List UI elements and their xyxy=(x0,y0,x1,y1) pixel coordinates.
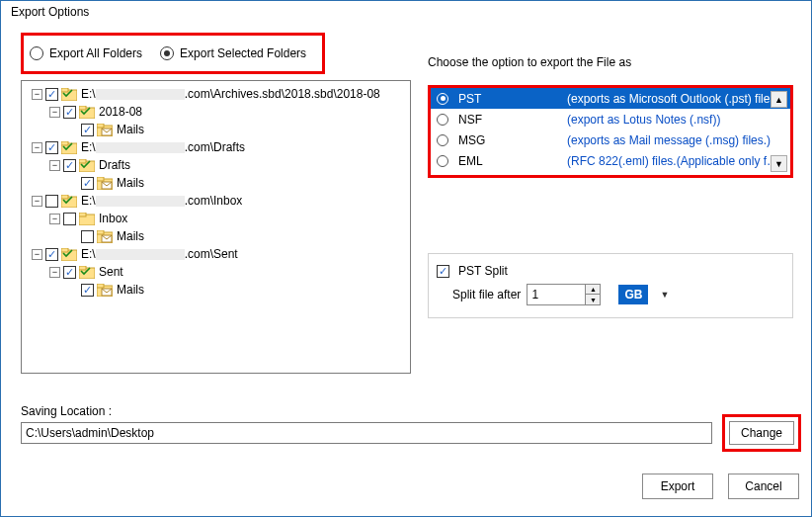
svg-rect-8 xyxy=(61,141,68,145)
saving-location-label: Saving Location : xyxy=(21,404,112,418)
tree-checkbox[interactable] xyxy=(81,230,94,243)
split-after-label: Split file after xyxy=(452,288,521,302)
scroll-down-button[interactable]: ▼ xyxy=(771,155,787,172)
svg-rect-15 xyxy=(61,195,68,199)
expand-toggle[interactable]: − xyxy=(32,249,42,260)
tree-node[interactable]: −E:\.com\Drafts xyxy=(24,138,408,156)
expand-toggle[interactable]: − xyxy=(49,160,60,171)
svg-rect-3 xyxy=(79,106,86,110)
tree-label: .com\Sent xyxy=(185,247,238,261)
format-option-pst[interactable]: PST(exports as Microsoft Outlook (.pst) … xyxy=(431,88,790,109)
split-size-spinner[interactable]: ▲ ▼ xyxy=(527,284,601,305)
saving-location-input[interactable] xyxy=(21,422,712,444)
radio-icon xyxy=(437,155,448,167)
tree-node[interactable]: Mails xyxy=(24,174,408,192)
tree-checkbox[interactable] xyxy=(63,159,76,172)
tree-checkbox[interactable] xyxy=(63,266,76,279)
tree-checkbox[interactable] xyxy=(81,124,94,136)
format-option-msg[interactable]: MSG(exports as Mail message (.msg) files… xyxy=(431,129,790,150)
radio-icon xyxy=(437,114,448,126)
radio-icon xyxy=(30,46,43,60)
tree-node[interactable]: −2018-08 xyxy=(24,103,408,121)
redacted-text xyxy=(96,196,185,207)
format-option-eml[interactable]: EML(RFC 822(.eml) files.(Applicable only… xyxy=(431,150,790,171)
tree-label: E:\ xyxy=(81,87,96,101)
folder-icon xyxy=(61,88,77,101)
export-button[interactable]: Export xyxy=(642,474,713,499)
export-selected-folders-radio[interactable]: Export Selected Folders xyxy=(160,46,306,60)
folder-icon xyxy=(61,141,77,154)
svg-rect-17 xyxy=(79,213,86,216)
format-desc: (exports as Mail message (.msg) files.) xyxy=(567,133,784,147)
change-highlight: Change xyxy=(722,414,801,452)
scroll-up-button[interactable]: ▲ xyxy=(771,91,787,108)
mail-folder-icon xyxy=(97,230,113,243)
spinner-up[interactable]: ▲ xyxy=(586,285,600,295)
tree-label: Sent xyxy=(99,265,123,279)
tree-label: Mails xyxy=(117,229,144,243)
svg-rect-22 xyxy=(61,248,68,252)
mail-folder-icon xyxy=(97,177,113,190)
tree-node[interactable]: Mails xyxy=(24,227,408,245)
svg-rect-1 xyxy=(61,88,68,92)
svg-rect-24 xyxy=(79,266,86,270)
folder-icon xyxy=(61,248,77,261)
svg-rect-5 xyxy=(97,124,104,128)
tree-checkbox[interactable] xyxy=(45,248,58,261)
tree-node[interactable]: −Sent xyxy=(24,263,408,281)
expand-toggle[interactable]: − xyxy=(32,196,42,207)
folder-tree[interactable]: −E:\.com\Archives.sbd\2018.sbd\2018-08−2… xyxy=(21,80,411,374)
tree-label: E:\ xyxy=(81,194,96,208)
tree-checkbox[interactable] xyxy=(45,88,58,101)
redacted-text xyxy=(96,142,185,153)
export-all-folders-radio[interactable]: Export All Folders xyxy=(30,46,142,60)
tree-node[interactable]: −E:\.com\Sent xyxy=(24,245,408,263)
tree-label: E:\ xyxy=(81,247,96,261)
chevron-down-icon[interactable]: ▼ xyxy=(660,290,669,300)
folder-icon xyxy=(61,195,77,208)
redacted-text xyxy=(96,89,185,100)
expand-toggle[interactable]: − xyxy=(49,214,60,224)
tree-checkbox[interactable] xyxy=(45,195,58,208)
format-heading: Choose the option to export the File as xyxy=(428,55,631,69)
export-selected-label: Export Selected Folders xyxy=(180,46,306,60)
tree-label: 2018-08 xyxy=(99,105,142,119)
tree-node[interactable]: −Inbox xyxy=(24,210,408,227)
format-desc: (exports as Microsoft Outlook (.pst) fil… xyxy=(567,92,784,106)
expand-toggle[interactable]: − xyxy=(32,89,42,100)
format-name: PST xyxy=(458,92,567,106)
expand-toggle[interactable]: − xyxy=(32,142,42,153)
split-size-input[interactable] xyxy=(528,285,585,304)
split-unit-button[interactable]: GB xyxy=(618,285,648,304)
pst-split-label: PST Split xyxy=(458,264,508,278)
format-list: PST(exports as Microsoft Outlook (.pst) … xyxy=(428,85,793,178)
spinner-down[interactable]: ▼ xyxy=(586,295,600,304)
tree-checkbox[interactable] xyxy=(81,284,94,297)
tree-node[interactable]: Mails xyxy=(24,281,408,299)
mail-folder-icon xyxy=(97,124,113,136)
radio-icon xyxy=(437,134,448,146)
tree-node[interactable]: Mails xyxy=(24,121,408,138)
format-option-nsf[interactable]: NSF(export as Lotus Notes (.nsf)) xyxy=(431,109,790,129)
tree-label: Drafts xyxy=(99,158,130,172)
tree-node[interactable]: −E:\.com\Archives.sbd\2018.sbd\2018-08 xyxy=(24,85,408,103)
tree-node[interactable]: −Drafts xyxy=(24,156,408,174)
cancel-button[interactable]: Cancel xyxy=(728,474,799,499)
scope-radio-group: Export All Folders Export Selected Folde… xyxy=(21,33,325,74)
tree-checkbox[interactable] xyxy=(81,177,94,190)
pst-split-checkbox[interactable] xyxy=(437,265,449,278)
format-name: NSF xyxy=(458,113,567,127)
tree-checkbox[interactable] xyxy=(45,141,58,154)
tree-node[interactable]: −E:\.com\Inbox xyxy=(24,192,408,210)
change-button[interactable]: Change xyxy=(729,421,794,445)
folder-icon xyxy=(79,213,95,225)
export-all-label: Export All Folders xyxy=(49,46,142,60)
tree-checkbox[interactable] xyxy=(63,213,76,225)
expand-toggle[interactable]: − xyxy=(49,267,60,278)
tree-checkbox[interactable] xyxy=(63,106,76,119)
svg-rect-19 xyxy=(97,230,104,234)
format-desc: (RFC 822(.eml) files.(Applicable only fo… xyxy=(567,154,784,168)
radio-icon xyxy=(160,46,174,60)
expand-toggle[interactable]: − xyxy=(49,107,60,118)
format-desc: (export as Lotus Notes (.nsf)) xyxy=(567,113,784,127)
